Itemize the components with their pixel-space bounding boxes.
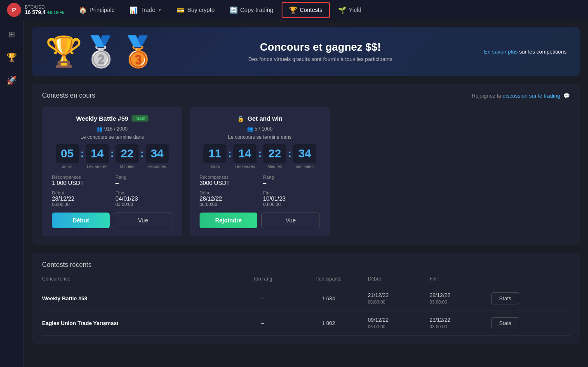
nav-contests[interactable]: 🏆 Contests (282, 2, 330, 18)
card1-rank-value: – (115, 180, 172, 186)
banner-link-suffix: sur les compétitions (519, 49, 567, 55)
sep4: : (228, 147, 232, 160)
card1-seconds: 34 (146, 144, 169, 163)
card1-days: 05 (56, 144, 79, 163)
banner-left: 🏆🥈🥉 (45, 37, 157, 66)
price-display: BTC/USD 16 579,4 +0,19 % (25, 5, 64, 15)
recent-section-title: Contests récents (42, 261, 92, 269)
contest-cards-container: Weekly Battle #59 Inscrit 👥 916 / 2000 L… (42, 107, 570, 236)
card2-minutes: 22 (263, 144, 286, 163)
copy-icon: 🔄 (230, 6, 238, 14)
table-header-row: Concurrence Ton rang Participants Début … (42, 276, 570, 286)
sep3: : (140, 147, 144, 160)
countdown-seconds-block: 34 secondes (146, 144, 169, 169)
sep2: : (111, 147, 114, 160)
card1-minutes: 22 (115, 144, 139, 163)
section-chat: Rejoignez la discussion sur le trading 💬 (472, 93, 570, 99)
contest-card-get-and-win: 🔒 Get and win 👥 5 / 1000 Le concours se … (190, 107, 330, 236)
row1-rank: – (236, 286, 294, 311)
table-row: Weekly Battle #58 – 1 634 21/12/22 06:00… (42, 286, 570, 311)
card2-title: 🔒 Get and win (200, 115, 320, 122)
card2-info: Récompenses 3000 USDT Rang – Début 28/12… (200, 175, 320, 207)
col-action (491, 276, 570, 286)
card2-actions: Rejoindre Vue (200, 213, 320, 228)
card1-rewards-group: Récompenses 1 000 USDT (52, 175, 109, 186)
card1-finir-group: Finir 04/01/23 03:00:00 (115, 190, 172, 207)
banner-trophy: 🏆🥈🥉 (45, 37, 157, 66)
card2-seconds: 34 (293, 144, 316, 163)
card1-rank-label: Rang (115, 175, 172, 180)
card2-debut-group: Début 28/12/22 06:00:00 (200, 190, 256, 207)
col-finir: Finir (430, 276, 492, 286)
main-content: 🏆🥈🥉 Concours et gagnez $$! Des fonds vir… (24, 20, 588, 367)
card2-seconds-unit: secondes (296, 164, 314, 169)
card2-finir-label: Finir (263, 190, 320, 195)
logo-icon: P (7, 2, 21, 17)
nav-copy-trading[interactable]: 🔄 Copy-trading (223, 3, 280, 17)
card2-debut-date: 28/12/22 06:00:00 (200, 195, 256, 207)
sep5: : (258, 147, 262, 160)
card1-secondary-button[interactable]: Vue (114, 213, 172, 228)
nav-yield[interactable]: 🌱 Yield (332, 3, 368, 17)
recent-section-header: Contests récents (42, 261, 570, 269)
sep1: : (80, 147, 84, 160)
row2-debut: 09/12/22 06:00:00 (368, 311, 430, 336)
banner: 🏆🥈🥉 Concours et gagnez $$! Des fonds vir… (32, 27, 580, 76)
card2-secondary-button[interactable]: Vue (261, 213, 320, 228)
card1-participants: 👥 916 / 2000 (52, 126, 172, 132)
row1-stats-button[interactable]: Stats (491, 292, 519, 304)
card1-rank-group: Rang – (115, 175, 172, 186)
card2-participants: 👥 5 / 1000 (200, 126, 320, 132)
participants-icon: 👥 (96, 126, 103, 132)
inscrit-badge: Inscrit (132, 115, 148, 122)
banner-title: Concours et gagnez $$! (157, 41, 484, 54)
table-row: Eagles Union Trade Yarışması – 1 802 09/… (42, 311, 570, 336)
card2-seconds-block: 34 secondes (293, 144, 316, 169)
sidebar-item-contests[interactable]: 🏆 (5, 50, 19, 65)
section-header: Contests en cours Rejoignez la discussio… (42, 92, 570, 99)
card2-rewards-label: Récompenses (200, 175, 256, 180)
card2-minutes-unit: Minutes (268, 164, 282, 169)
row2-action: Stats (491, 311, 570, 336)
row1-debut: 21/12/22 06:00:00 (368, 286, 430, 311)
recent-contests-section: Contests récents Concurrence Ton rang Pa… (32, 253, 580, 344)
nav-trade[interactable]: 📊 Trade ▼ (123, 3, 168, 17)
sep6: : (288, 147, 292, 160)
card1-rewards-label: Récompenses (52, 175, 109, 180)
card2-rank-group: Rang – (263, 175, 320, 186)
sidebar: ⊞ 🏆 🚀 (0, 20, 24, 367)
sidebar-item-grid[interactable]: ⊞ (5, 27, 19, 42)
card1-finir-date: 04/01/23 03:00:00 (115, 195, 172, 207)
row2-stats-button[interactable]: Stats (491, 317, 519, 329)
card2-primary-button[interactable]: Rejoindre (200, 213, 257, 228)
card1-debut-group: Début 28/12/22 06:00:00 (52, 190, 109, 207)
hours-unit: Les heures (87, 164, 107, 169)
card2-countdown: 11 Jours : 14 Les heures : 22 Minutes (200, 144, 320, 169)
card1-hours: 14 (86, 144, 109, 163)
yield-icon: 🌱 (338, 6, 346, 14)
row1-participants: 1 634 (294, 286, 368, 311)
participants2-icon: 👥 (247, 126, 253, 132)
chat-link[interactable]: discussion sur le trading (503, 93, 560, 99)
row2-rank: – (236, 311, 294, 336)
minutes-unit: Minutes (120, 164, 134, 169)
nav-buy-crypto[interactable]: 💳 Buy crypto (170, 3, 221, 17)
price-change: +0,19 % (47, 10, 64, 15)
col-concurrence: Concurrence (42, 276, 236, 286)
recent-contests-table: Concurrence Ton rang Participants Début … (42, 276, 570, 336)
col-rang: Ton rang (236, 276, 294, 286)
sidebar-item-rocket[interactable]: 🚀 (5, 73, 19, 88)
chat-bubble-icon: 💬 (563, 93, 570, 99)
card2-countdown-label: Le concours se termine dans (200, 134, 320, 140)
col-debut: Début (368, 276, 430, 286)
card1-primary-button[interactable]: Début (52, 213, 110, 228)
banner-learn-more-link[interactable]: En savoir plus (484, 49, 518, 55)
page-layout: ⊞ 🏆 🚀 🏆🥈🥉 Concours et gagnez $$! Des fon… (0, 20, 588, 367)
dropdown-arrow-icon: ▼ (158, 8, 162, 12)
countdown-hours-block: 14 Les heures (86, 144, 109, 169)
svg-text:P: P (12, 7, 16, 13)
topnav: P BTC/USD 16 579,4 +0,19 % 🏠 Principale … (0, 0, 588, 20)
row2-name: Eagles Union Trade Yarışması (42, 311, 236, 336)
nav-principale[interactable]: 🏠 Principale (72, 3, 121, 17)
row1-name: Weekly Battle #58 (42, 286, 236, 311)
